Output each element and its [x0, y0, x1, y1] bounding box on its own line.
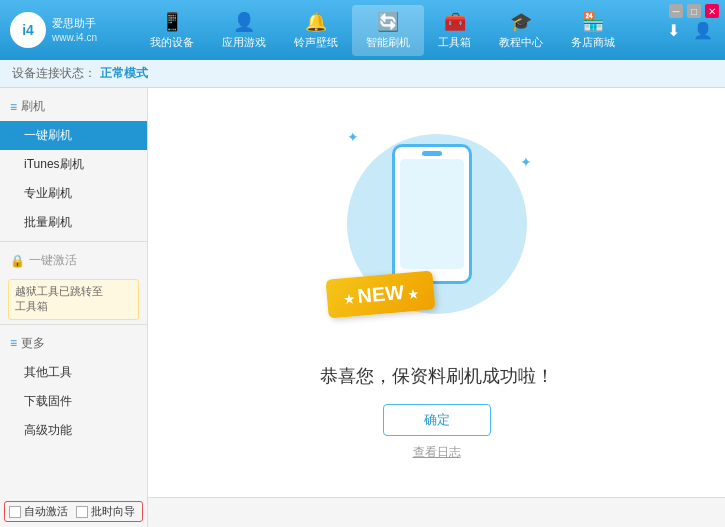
download-button[interactable]: ⬇: [661, 18, 685, 42]
nav-business[interactable]: 🏪 务店商城: [557, 5, 629, 56]
main-layout: ≡ 刷机 一键刷机 iTunes刷机 专业刷机 批量刷机 🔒 一键激活 越狱工具: [0, 88, 725, 497]
nav-apps-games[interactable]: 👤 应用游戏: [208, 5, 280, 56]
nav-ringtones[interactable]: 🔔 铃声壁纸: [280, 5, 352, 56]
bottom-section: 自动激活 批时向导 📱 iPhone 15 Pro Max 512GB iPho…: [0, 497, 725, 527]
log-link[interactable]: 查看日志: [413, 444, 461, 461]
flash-icon: 🔄: [377, 11, 399, 33]
more-section-header: ≡ 更多: [0, 329, 147, 358]
status-value: 正常模式: [100, 65, 148, 82]
flash-section-header: ≡ 刷机: [0, 92, 147, 121]
user-button[interactable]: 👤: [691, 18, 715, 42]
auto-activate-checkbox[interactable]: [9, 506, 21, 518]
notice-box: 越狱工具已跳转至 工具箱: [8, 279, 139, 320]
sidebar-itunes-flash[interactable]: iTunes刷机: [0, 150, 147, 179]
my-device-icon: 📱: [161, 11, 183, 33]
sidebar: ≡ 刷机 一键刷机 iTunes刷机 专业刷机 批量刷机 🔒 一键激活 越狱工具: [0, 88, 148, 497]
success-text: 恭喜您，保资料刷机成功啦！: [320, 364, 554, 388]
sidebar-download-firmware[interactable]: 下载固件: [0, 387, 147, 416]
status-bar: 设备连接状态： 正常模式: [0, 60, 725, 88]
auto-activate-checkbox-label[interactable]: 自动激活: [9, 504, 68, 519]
content-area: ✦ ✦ ✦ NEW 恭喜您，保资料刷机成功啦！ 确定 查看日志: [148, 88, 725, 497]
sidebar-bottom: 自动激活 批时向导 📱 iPhone 15 Pro Max 512GB iPho…: [0, 497, 148, 527]
sparkle-2: ✦: [520, 154, 532, 170]
flash-section-icon: ≡: [10, 100, 17, 114]
confirm-button[interactable]: 确定: [383, 404, 491, 436]
activation-section-header: 🔒 一键激活: [0, 246, 147, 275]
logo-text: 爱思助手 www.i4.cn: [52, 16, 97, 43]
header-right: ⬇ 👤: [635, 18, 715, 42]
lock-icon: 🔒: [10, 254, 25, 268]
tutorial-icon: 🎓: [510, 11, 532, 33]
toolbox-icon: 🧰: [444, 11, 466, 33]
close-button[interactable]: ✕: [705, 4, 719, 18]
status-label: 设备连接状态：: [12, 65, 96, 82]
apps-icon: 👤: [233, 11, 255, 33]
more-section-icon: ≡: [10, 336, 17, 350]
logo-area: i4 爱思助手 www.i4.cn: [10, 12, 130, 48]
nav-tutorial[interactable]: 🎓 教程中心: [485, 5, 557, 56]
sidebar-other-tools[interactable]: 其他工具: [0, 358, 147, 387]
sidebar-divider-2: [0, 324, 147, 325]
time-guide-checkbox[interactable]: [76, 506, 88, 518]
time-guide-checkbox-label[interactable]: 批时向导: [76, 504, 135, 519]
maximize-button[interactable]: □: [687, 4, 701, 18]
sidebar-advanced[interactable]: 高级功能: [0, 416, 147, 445]
logo-icon: i4: [10, 12, 46, 48]
phone-illustration: ✦ ✦ ✦ NEW: [337, 124, 537, 344]
ringtone-icon: 🔔: [305, 11, 327, 33]
nav-my-device[interactable]: 📱 我的设备: [136, 5, 208, 56]
phone-body: [392, 144, 472, 284]
sidebar-pro-flash[interactable]: 专业刷机: [0, 179, 147, 208]
sidebar-divider-1: [0, 241, 147, 242]
nav-toolbox[interactable]: 🧰 工具箱: [424, 5, 485, 56]
nav-smart-flash[interactable]: 🔄 智能刷机: [352, 5, 424, 56]
footer-right-area: 阻止iTunes运行 V7.98.66 客服 微信公众号 检查更新: [148, 497, 725, 527]
phone-notch: [422, 151, 442, 156]
window-controls: ─ □ ✕: [669, 4, 719, 18]
phone-screen: [400, 159, 464, 269]
sparkle-1: ✦: [347, 129, 359, 145]
business-icon: 🏪: [582, 11, 604, 33]
nav-bar: 📱 我的设备 👤 应用游戏 🔔 铃声壁纸 🔄 智能刷机 🧰 工具箱 🎓: [130, 5, 635, 56]
minimize-button[interactable]: ─: [669, 4, 683, 18]
sidebar-batch-flash[interactable]: 批量刷机: [0, 208, 147, 237]
sidebar-one-key-flash[interactable]: 一键刷机: [0, 121, 147, 150]
auto-activate-row: 自动激活 批时向导: [4, 501, 143, 522]
header: i4 爱思助手 www.i4.cn 📱 我的设备 👤 应用游戏 🔔 铃声壁纸 🔄: [0, 0, 725, 60]
